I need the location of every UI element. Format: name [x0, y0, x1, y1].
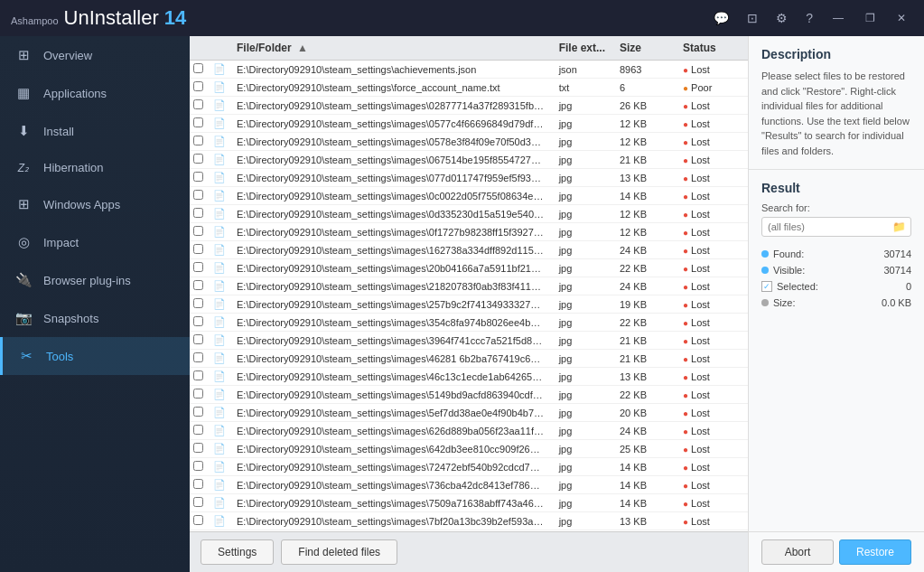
- close-button[interactable]: ✕: [890, 8, 913, 28]
- row-checkbox[interactable]: [190, 458, 211, 476]
- row-checkbox[interactable]: [190, 476, 211, 494]
- file-icon-cell: 📄: [211, 476, 229, 494]
- sidebar-item-snapshots[interactable]: 📷 Snapshots: [0, 299, 190, 337]
- file-ext: jpg: [552, 440, 612, 458]
- table-header-row: File/Folder ▲ File ext... Size Status: [190, 36, 748, 61]
- file-icon-cell: 📄: [211, 277, 229, 295]
- table-row: 📄 E:\Directory092910\steam_settings\imag…: [190, 97, 748, 115]
- minimize-button[interactable]: —: [826, 8, 851, 28]
- file-path: E:\Directory092910\steam_settings\images…: [229, 440, 552, 458]
- file-ext: jpg: [552, 205, 612, 223]
- col-file-ext[interactable]: File ext...: [552, 36, 612, 61]
- row-checkbox[interactable]: [190, 115, 211, 133]
- sidebar-item-hibernation[interactable]: Z₂ Hibernation: [0, 150, 190, 185]
- row-checkbox[interactable]: [190, 187, 211, 205]
- row-checkbox[interactable]: [190, 440, 211, 458]
- file-size: 14 KB: [612, 476, 676, 494]
- col-size[interactable]: Size: [612, 36, 676, 61]
- table-row: 📄 E:\Directory092910\steam_settings\imag…: [190, 440, 748, 458]
- file-status: ● Lost: [676, 223, 748, 241]
- file-ext: jpg: [552, 295, 612, 314]
- selected-checkbox[interactable]: ✓: [761, 281, 772, 292]
- sidebar-item-impact[interactable]: ◎ Impact: [0, 223, 190, 261]
- sidebar-item-browser-plugins[interactable]: 🔌 Browser plug-ins: [0, 261, 190, 299]
- file-size: 25 KB: [612, 440, 676, 458]
- maximize-button[interactable]: ❐: [858, 8, 882, 28]
- search-input[interactable]: [768, 221, 892, 232]
- file-status: ● Lost: [676, 241, 748, 259]
- row-checkbox[interactable]: [190, 512, 211, 530]
- restore-button[interactable]: Restore: [839, 539, 911, 565]
- file-path: E:\Directory092910\steam_settings\images…: [229, 115, 552, 133]
- row-checkbox[interactable]: [190, 79, 211, 97]
- row-checkbox[interactable]: [190, 368, 211, 386]
- file-size: 22 KB: [612, 386, 676, 404]
- folder-icon[interactable]: 📁: [892, 220, 906, 233]
- panel-buttons: Abort Restore: [749, 531, 924, 572]
- file-path: E:\Directory092910\steam_settings\images…: [229, 169, 552, 187]
- file-status: ● Lost: [676, 494, 748, 512]
- col-status[interactable]: Status: [676, 36, 748, 61]
- row-checkbox[interactable]: [190, 295, 211, 314]
- titlebar: Ashampoo UnInstaller 14 💬 ⊡ ⚙ ? — ❐ ✕: [0, 0, 924, 36]
- file-icon-cell: 📄: [211, 115, 229, 133]
- file-size: 14 KB: [612, 494, 676, 512]
- file-icon-cell: 📄: [211, 187, 229, 205]
- file-path: E:\Directory092910\steam_settings\force_…: [229, 79, 552, 97]
- search-input-wrap[interactable]: 📁: [761, 217, 911, 237]
- row-checkbox[interactable]: [190, 404, 211, 422]
- sidebar-item-windows-apps[interactable]: ⊞ Windows Apps: [0, 185, 190, 223]
- sidebar-item-tools[interactable]: ✂ Tools: [0, 337, 190, 375]
- app-title-small: Ashampoo: [11, 15, 59, 26]
- file-ext: jpg: [552, 133, 612, 151]
- file-icon-cell: 📄: [211, 169, 229, 187]
- visible-label: Visible:: [761, 265, 805, 276]
- row-checkbox[interactable]: [190, 332, 211, 350]
- row-checkbox[interactable]: [190, 241, 211, 259]
- file-size: 26 KB: [612, 97, 676, 115]
- row-checkbox[interactable]: [190, 97, 211, 115]
- row-checkbox[interactable]: [190, 205, 211, 223]
- file-size: 6: [612, 79, 676, 97]
- row-checkbox[interactable]: [190, 350, 211, 368]
- file-size: 24 KB: [612, 277, 676, 295]
- file-path: E:\Directory092910\steam_settings\images…: [229, 404, 552, 422]
- file-size: 12 KB: [612, 115, 676, 133]
- row-checkbox[interactable]: [190, 277, 211, 295]
- abort-button[interactable]: Abort: [761, 539, 834, 565]
- file-table-container[interactable]: File/Folder ▲ File ext... Size Status 📄 …: [190, 36, 748, 531]
- result-found-row: Found: 30714: [761, 246, 911, 262]
- row-checkbox[interactable]: [190, 151, 211, 169]
- result-section: Result Search for: 📁 Found: 30714 Visibl…: [749, 170, 924, 531]
- sidebar-item-overview[interactable]: ⊞ Overview: [0, 36, 190, 74]
- row-checkbox[interactable]: [190, 259, 211, 277]
- file-ext: jpg: [552, 512, 612, 530]
- row-checkbox[interactable]: [190, 61, 211, 79]
- settings-icon[interactable]: ⚙: [770, 7, 793, 29]
- content-area: File/Folder ▲ File ext... Size Status 📄 …: [190, 36, 748, 572]
- find-deleted-button[interactable]: Find deleted files: [281, 539, 397, 565]
- row-checkbox[interactable]: [190, 314, 211, 332]
- visible-value: 30714: [883, 265, 911, 276]
- table-row: 📄 E:\Directory092910\steam_settings\imag…: [190, 512, 748, 530]
- sidebar-item-install[interactable]: ⬇ Install: [0, 112, 190, 150]
- chat-icon[interactable]: 💬: [708, 7, 734, 29]
- row-checkbox[interactable]: [190, 386, 211, 404]
- table-row: 📄 E:\Directory092910\steam_settings\imag…: [190, 404, 748, 422]
- row-checkbox[interactable]: [190, 169, 211, 187]
- col-file-folder[interactable]: File/Folder ▲: [229, 36, 552, 61]
- sidebar-item-applications[interactable]: ▦ Applications: [0, 74, 190, 112]
- row-checkbox[interactable]: [190, 494, 211, 512]
- impact-icon: ◎: [14, 234, 33, 250]
- file-icon-cell: 📄: [211, 368, 229, 386]
- file-path: E:\Directory092910\steam_settings\images…: [229, 241, 552, 259]
- file-icon-cell: 📄: [211, 494, 229, 512]
- file-size: 21 KB: [612, 350, 676, 368]
- help-icon[interactable]: ?: [800, 7, 818, 29]
- row-checkbox[interactable]: [190, 133, 211, 151]
- sidebar-label-tools: Tools: [46, 350, 73, 363]
- settings-button[interactable]: Settings: [201, 539, 274, 565]
- row-checkbox[interactable]: [190, 422, 211, 440]
- row-checkbox[interactable]: [190, 223, 211, 241]
- view-icon[interactable]: ⊡: [742, 7, 763, 29]
